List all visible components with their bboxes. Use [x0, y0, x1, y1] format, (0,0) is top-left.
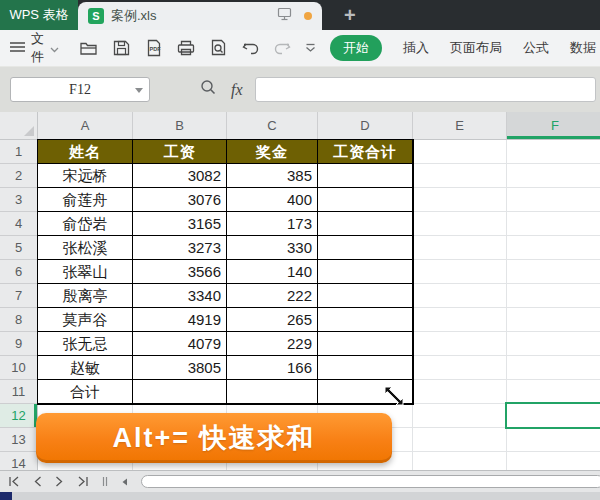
col-header-B[interactable]: B: [133, 112, 227, 140]
ribbon-tab-页面布局[interactable]: 页面布局: [450, 39, 502, 57]
col-header-F[interactable]: F: [507, 112, 600, 140]
cell-B10[interactable]: 3805: [133, 356, 227, 380]
sync-monitor-icon[interactable]: [277, 7, 292, 25]
cell-B7[interactable]: 3340: [133, 284, 227, 308]
cell-B4[interactable]: 3165: [133, 212, 227, 236]
cell-A5[interactable]: 张松溪: [38, 236, 133, 260]
row-header-2[interactable]: 2: [0, 164, 38, 188]
cell-E7[interactable]: [413, 284, 507, 308]
ribbon-tab-插入[interactable]: 插入: [403, 39, 429, 57]
cell-D3[interactable]: [318, 188, 413, 212]
undo-icon[interactable]: [241, 40, 260, 56]
next-sheet-button[interactable]: [55, 476, 64, 487]
last-sheet-button[interactable]: [77, 476, 89, 487]
cell-F2[interactable]: [507, 164, 600, 188]
app-home-tab[interactable]: WPS 表格: [0, 0, 78, 30]
cell-A3[interactable]: 俞莲舟: [38, 188, 133, 212]
row-header-3[interactable]: 3: [0, 188, 38, 212]
cell-E1[interactable]: [413, 140, 507, 164]
cell-C6[interactable]: 140: [227, 260, 318, 284]
cell-B2[interactable]: 3082: [133, 164, 227, 188]
cell-C2[interactable]: 385: [227, 164, 318, 188]
cell-C7[interactable]: 222: [227, 284, 318, 308]
cell-A7[interactable]: 殷离亭: [38, 284, 133, 308]
col-header-E[interactable]: E: [413, 112, 507, 140]
cell-A10[interactable]: 赵敏: [38, 356, 133, 380]
cell-C8[interactable]: 265: [227, 308, 318, 332]
cell-C11[interactable]: [227, 380, 318, 404]
cell-D10[interactable]: [318, 356, 413, 380]
cell-C10[interactable]: 166: [227, 356, 318, 380]
cell-F8[interactable]: [507, 308, 600, 332]
customize-toolbar-icon[interactable]: [305, 43, 316, 53]
cell-A4[interactable]: 俞岱岩: [38, 212, 133, 236]
col-header-C[interactable]: C: [227, 112, 318, 140]
row-header-1[interactable]: 1: [0, 140, 38, 164]
row-header-11[interactable]: 11: [0, 380, 38, 404]
cell-D7[interactable]: [318, 284, 413, 308]
row-header-7[interactable]: 7: [0, 284, 38, 308]
cell-B1[interactable]: 工资: [133, 140, 227, 164]
cell-D9[interactable]: [318, 332, 413, 356]
select-all-corner[interactable]: [0, 112, 38, 140]
row-header-14[interactable]: 14: [0, 452, 38, 470]
ribbon-tab-公式[interactable]: 公式: [523, 39, 549, 57]
cell-C3[interactable]: 400: [227, 188, 318, 212]
search-icon[interactable]: [200, 79, 217, 100]
cell-D6[interactable]: [318, 260, 413, 284]
first-sheet-button[interactable]: [8, 476, 20, 487]
scroll-left-button[interactable]: [121, 478, 128, 486]
cell-C9[interactable]: 229: [227, 332, 318, 356]
print-icon[interactable]: [176, 39, 196, 57]
cell-E12[interactable]: [413, 404, 507, 428]
cell-F13[interactable]: [507, 428, 600, 452]
cell-E5[interactable]: [413, 236, 507, 260]
ribbon-tab-开始[interactable]: 开始: [330, 35, 382, 61]
cell-B9[interactable]: 4079: [133, 332, 227, 356]
cell-C4[interactable]: 173: [227, 212, 318, 236]
cell-F4[interactable]: [507, 212, 600, 236]
cell-B11[interactable]: [133, 380, 227, 404]
cell-E2[interactable]: [413, 164, 507, 188]
cell-F6[interactable]: [507, 260, 600, 284]
name-box[interactable]: F12: [10, 77, 150, 102]
cell-E9[interactable]: [413, 332, 507, 356]
export-pdf-icon[interactable]: PDF: [144, 39, 163, 57]
cell-E13[interactable]: [413, 428, 507, 452]
row-header-13[interactable]: 13: [0, 428, 38, 452]
row-header-5[interactable]: 5: [0, 236, 38, 260]
row-header-12[interactable]: 12: [0, 404, 38, 428]
cell-A2[interactable]: 宋远桥: [38, 164, 133, 188]
cell-F3[interactable]: [507, 188, 600, 212]
cell-F10[interactable]: [507, 356, 600, 380]
cell-E10[interactable]: [413, 356, 507, 380]
cell-E6[interactable]: [413, 260, 507, 284]
cell-D1[interactable]: 工资合计: [318, 140, 413, 164]
cell-A11[interactable]: 合计: [38, 380, 133, 404]
cell-B5[interactable]: 3273: [133, 236, 227, 260]
cell-F12[interactable]: [507, 404, 600, 428]
col-header-A[interactable]: A: [38, 112, 133, 140]
cell-F9[interactable]: [507, 332, 600, 356]
cell-A8[interactable]: 莫声谷: [38, 308, 133, 332]
redo-icon[interactable]: [273, 40, 292, 56]
print-preview-icon[interactable]: [209, 39, 228, 57]
cell-E8[interactable]: [413, 308, 507, 332]
cell-E11[interactable]: [413, 380, 507, 404]
formula-input[interactable]: [255, 77, 596, 102]
cell-F11[interactable]: [507, 380, 600, 404]
ribbon-tab-数据[interactable]: 数据: [570, 39, 596, 57]
open-folder-icon[interactable]: [79, 39, 99, 57]
cell-D8[interactable]: [318, 308, 413, 332]
cell-B8[interactable]: 4919: [133, 308, 227, 332]
row-header-8[interactable]: 8: [0, 308, 38, 332]
row-header-10[interactable]: 10: [0, 356, 38, 380]
cell-C5[interactable]: 330: [227, 236, 318, 260]
row-header-6[interactable]: 6: [0, 260, 38, 284]
cell-E14[interactable]: [413, 452, 507, 470]
col-header-D[interactable]: D: [318, 112, 413, 140]
horizontal-scrollbar[interactable]: [141, 475, 600, 488]
save-icon[interactable]: [112, 39, 131, 57]
cell-F5[interactable]: [507, 236, 600, 260]
cell-F7[interactable]: [507, 284, 600, 308]
